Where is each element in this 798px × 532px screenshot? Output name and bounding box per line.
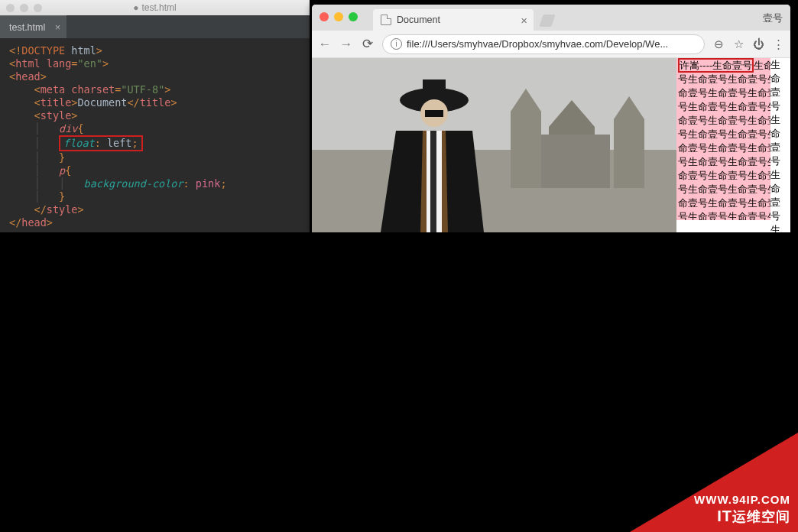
- browser-tab-label: Document: [397, 15, 440, 25]
- site-info-icon[interactable]: i: [391, 38, 402, 50]
- address-bar[interactable]: i file:///Users/smyhvae/Dropbox/smyhvae.…: [382, 34, 705, 54]
- profile-label[interactable]: 壹号: [763, 11, 783, 25]
- traffic-light-min[interactable]: [20, 4, 28, 12]
- code-editor-window: test.html × <!DOCTYPE html> <html lang="…: [0, 15, 310, 232]
- watermark-url: WWW.94IP.COM: [694, 493, 790, 506]
- window-maximize-icon[interactable]: [349, 12, 358, 21]
- svg-rect-9: [425, 110, 443, 117]
- menu-icon[interactable]: ⋮: [772, 37, 784, 51]
- svg-rect-11: [430, 131, 436, 232]
- editor-tab-test[interactable]: test.html ×: [0, 15, 66, 38]
- editor-window-titlebar: ●test.html: [0, 0, 310, 15]
- browser-tab-strip: Document × 壹号: [312, 5, 790, 31]
- back-button[interactable]: ←: [318, 37, 332, 52]
- highlighted-first-line: 许嵩----生命壹号: [678, 58, 754, 73]
- zoom-icon[interactable]: ⊖: [712, 37, 725, 51]
- editor-tab-strip: test.html ×: [0, 15, 310, 38]
- highlighted-code: float: left;: [59, 135, 143, 151]
- code-area[interactable]: <!DOCTYPE html> <html lang="en"> <head> …: [0, 38, 310, 232]
- url-text: file:///Users/smyhvae/Dropbox/smyhvae.co…: [407, 38, 668, 50]
- traffic-light-max[interactable]: [34, 4, 42, 12]
- traffic-light-close[interactable]: [6, 4, 15, 12]
- browser-window: Document × 壹号 ← → ⟳ i file:///Users/smyh…: [312, 5, 790, 232]
- window-close-icon[interactable]: [320, 12, 329, 21]
- editor-title-file: test.html: [141, 2, 176, 13]
- watermark-zh: 运维空间: [732, 509, 790, 524]
- browser-viewport: 许嵩----生命壹号生命壹号生命壹号生命壹号生命壹号生命壹号生命壹号生命壹号生命…: [312, 58, 790, 232]
- repeated-text: 生命壹号生命壹号生命壹号生命壹号生命壹号生命壹号生命壹号生命壹号生命壹号生命壹号…: [678, 60, 783, 220]
- reload-button[interactable]: ⟳: [361, 36, 375, 52]
- editor-tab-label: test.html: [9, 22, 45, 33]
- new-tab-button[interactable]: [539, 15, 555, 27]
- watermark-it: IT: [717, 508, 732, 524]
- forward-button: →: [339, 37, 353, 52]
- editor-tab-close-icon[interactable]: ×: [55, 21, 61, 33]
- floated-image: [312, 58, 676, 232]
- window-minimize-icon[interactable]: [334, 12, 343, 21]
- watermark: WWW.94IP.COM IT运维空间: [630, 433, 798, 532]
- overflow-text: 生命壹号生命壹号生命壹号生命壹号生命壹号生命壹号生命壹: [770, 58, 789, 232]
- file-icon: [381, 15, 391, 25]
- browser-toolbar: ← → ⟳ i file:///Users/smyhvae/Dropbox/sm…: [312, 31, 790, 58]
- svg-rect-4: [541, 135, 610, 188]
- browser-tab-document[interactable]: Document ×: [373, 9, 534, 31]
- star-icon[interactable]: ☆: [732, 37, 744, 51]
- tab-close-icon[interactable]: ×: [521, 14, 527, 27]
- svg-rect-7: [423, 79, 446, 102]
- power-icon[interactable]: ⏻: [752, 37, 764, 50]
